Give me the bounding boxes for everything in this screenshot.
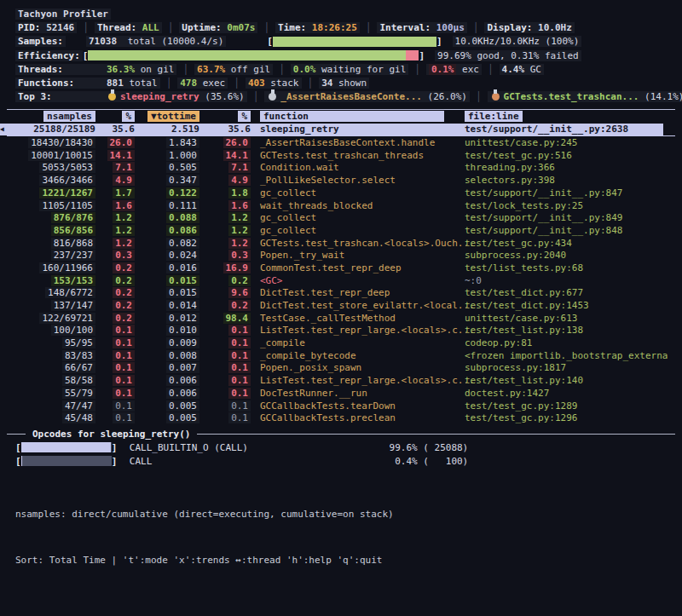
cell-file-line: test/test_gc.py:1289 <box>465 400 577 412</box>
threads-line: Threads:36.3% on gil│63.7% off gil│0.0% … <box>15 62 682 76</box>
separator: │ <box>257 22 275 33</box>
column-header-tottime-sorted[interactable]: ▼tottime <box>147 111 199 122</box>
status-label: Display: <box>487 22 538 33</box>
cell-cumulative-pct-col: 0.1 <box>199 337 251 348</box>
table-row[interactable]: 47/470.10.0050.1GCCallbackTests.tearDown… <box>0 400 682 412</box>
samples-gauge-open: [ <box>267 36 273 47</box>
cell-nsamples-col: 122/69721 <box>12 313 95 324</box>
cell-cumulative-pct-col: 0.1 <box>199 325 251 336</box>
opcode-gauge-open: [ <box>15 442 21 453</box>
table-row[interactable]: 83/830.10.0080.1_compile_bytecode<frozen… <box>0 349 682 362</box>
cell-cumulative-pct: 0.1 <box>228 362 251 373</box>
cell-tottime-col: 0.016 <box>135 262 199 273</box>
table-row[interactable]: 45/480.10.0050.1GCCallbackTests.preclean… <box>0 412 682 424</box>
cell-function: gc_collect <box>260 225 316 236</box>
cell-tottime-col: 0.122 <box>135 187 199 199</box>
footer: nsamples: direct/cumulative (direct=exec… <box>15 476 394 599</box>
cell-file-line: test/support/__init__.py:849 <box>465 212 622 223</box>
status-value: 0m07s <box>227 22 255 33</box>
cell-file-line: threading.py:366 <box>465 162 555 173</box>
table-row[interactable]: 122/697210.20.01298.4TestCase._callTestM… <box>0 312 682 325</box>
cell-direct-pct: 0.1 <box>113 388 135 399</box>
cell-file-line-col: codeop.py:81 <box>455 337 682 348</box>
cell-cumulative-pct-col: 4.9 <box>199 175 251 186</box>
stat-segment: 0.0% waiting for gil <box>291 64 408 75</box>
status-item: Thread: ALL <box>95 22 162 33</box>
stat-segment: 4.4% GC <box>500 64 544 75</box>
cell-tottime: 0.122 <box>166 187 199 199</box>
cell-function-col: CommonTest.test_repr_deep <box>251 262 455 273</box>
table-row[interactable]: 1105/11051.60.1111.6wait_threads_blocked… <box>0 199 682 212</box>
table-row[interactable]: 148/67720.20.0159.6DictTest.test_repr_de… <box>0 287 682 300</box>
cell-nsamples-col: 148/6772 <box>12 287 95 298</box>
cell-cumulative-pct-col: 0.1 <box>199 362 251 373</box>
opcode-name: CALL_BUILTIN_O (CALL) <box>117 442 332 453</box>
top3-item[interactable]: sleeping_retry (35.6%) <box>104 91 247 102</box>
cell-file-line-col: test/test_list.py:138 <box>455 325 682 336</box>
cell-function-col: GCTests.test_trashcan_threads <box>251 150 455 161</box>
cell-cumulative-pct-col: 0.1 <box>199 412 251 423</box>
table-row[interactable]: 153/1530.20.0150.2<GC>~:0 <box>0 274 682 287</box>
cell-file-line-col: unittest/case.py:613 <box>455 313 682 324</box>
table-row[interactable]: 237/2370.30.0240.3Popen._try_waitsubproc… <box>0 249 682 262</box>
cell-cumulative-pct-col: 0.2 <box>199 300 251 311</box>
table-row[interactable]: 66/670.10.0070.1Popen._posix_spawnsubpro… <box>0 362 682 375</box>
separator: │ <box>470 91 488 102</box>
table-row-selected[interactable]: ◀25188/2518935.62.51935.6sleeping_retryt… <box>0 124 663 136</box>
column-header-nsamples[interactable]: nsamples <box>43 111 95 122</box>
cell-direct-pct: 1.7 <box>113 187 135 199</box>
table-row[interactable]: 3466/34664.90.3474.9_PollLikeSelector.se… <box>0 174 682 187</box>
column-header-direct-pct[interactable]: % <box>122 111 135 122</box>
cell-direct-pct: 1.2 <box>113 212 135 223</box>
cell-nsamples-col: 100/100 <box>12 325 95 336</box>
cell-tottime-col: 0.015 <box>135 275 199 286</box>
status-value: 10.0Hz <box>538 22 572 33</box>
status-item: Interval: 100µs <box>377 22 466 33</box>
cell-cumulative-pct: 98.4 <box>223 313 251 324</box>
cell-function-col: gc_collect <box>251 187 455 199</box>
cell-nsamples-col: 856/856 <box>12 225 95 236</box>
cell-function-col: Condition.wait <box>251 162 455 173</box>
cell-direct-pct-col: 1.6 <box>95 200 135 211</box>
opcode-percent: 99.6% ( 25088) <box>332 442 468 453</box>
table-row[interactable]: 100/1000.10.0100.1ListTest.test_repr_lar… <box>0 325 682 337</box>
stat-value: 881 <box>107 78 124 89</box>
cell-nsamples-col: 1221/1267 <box>12 187 95 199</box>
cell-function: gc_collect <box>260 212 316 223</box>
cell-file-line: test/test_gc.py:1296 <box>465 412 577 423</box>
table-row[interactable]: 5053/50537.10.5057.1Condition.waitthread… <box>0 162 682 175</box>
cell-file-line: subprocess.py:2040 <box>465 250 566 261</box>
table-row[interactable]: 55/790.10.0060.1DocTestRunner.__rundocte… <box>0 387 682 400</box>
cell-cumulative-pct: 7.1 <box>228 162 251 173</box>
top3-item[interactable]: _AssertRaisesBaseConte... (26.0%) <box>264 91 470 102</box>
medal-icon <box>492 93 500 101</box>
opcode-row: [] CALL 0.4% ( 100) <box>0 454 682 468</box>
table-row[interactable]: 816/8681.20.0821.2GCTests.test_trashcan.… <box>0 237 682 250</box>
table-row[interactable]: 1221/12671.70.1221.8gc_collecttest/suppo… <box>0 187 682 199</box>
column-header-file-line[interactable]: file:line <box>465 111 523 122</box>
table-row[interactable]: 10001/1001514.11.00014.1GCTests.test_tra… <box>0 149 682 162</box>
column-header-cumulative-pct[interactable]: % <box>238 111 251 122</box>
stat-value: 478 <box>180 78 197 89</box>
table-row[interactable]: 856/8561.20.0861.2gc_collecttest/support… <box>0 224 682 237</box>
cell-nsamples-col: 25188/25189 <box>12 124 95 135</box>
table-row[interactable]: 137/1470.20.0140.2DictTest.test_store_ev… <box>0 299 682 312</box>
table-row[interactable]: 58/580.10.0060.1ListTest.test_repr_large… <box>0 374 682 387</box>
cell-function-col: sleeping_retry <box>251 124 455 135</box>
table-row[interactable]: 18430/1843026.01.84326.0_AssertRaisesBas… <box>0 136 682 149</box>
table-row[interactable]: 95/950.10.0090.1_compilecodeop.py:81 <box>0 337 682 349</box>
medal-icon <box>269 93 276 101</box>
cell-nsamples: 3466/3466 <box>39 175 95 186</box>
cell-cumulative-pct: 9.6 <box>228 287 251 298</box>
cell-file-line-col: threading.py:366 <box>455 162 682 173</box>
table-row[interactable]: 160/119660.20.01616.9CommonTest.test_rep… <box>0 262 682 274</box>
top3-item[interactable]: GCTests.test_trashcan... (14.1%) <box>488 91 682 102</box>
table-row[interactable]: 876/8761.20.0881.2gc_collecttest/support… <box>0 211 682 224</box>
column-header-function[interactable]: function <box>260 111 444 122</box>
cell-cumulative-pct: 4.9 <box>228 175 251 186</box>
efficiency-gauge-open: [ <box>83 50 89 61</box>
status-item: Uptime: 0m07s <box>179 22 257 33</box>
cell-cumulative-pct: 0.1 <box>228 412 251 423</box>
cell-function: DictTest.test_store_evilattr.<local... <box>260 300 475 311</box>
stat-value: 63.7% <box>197 64 225 75</box>
